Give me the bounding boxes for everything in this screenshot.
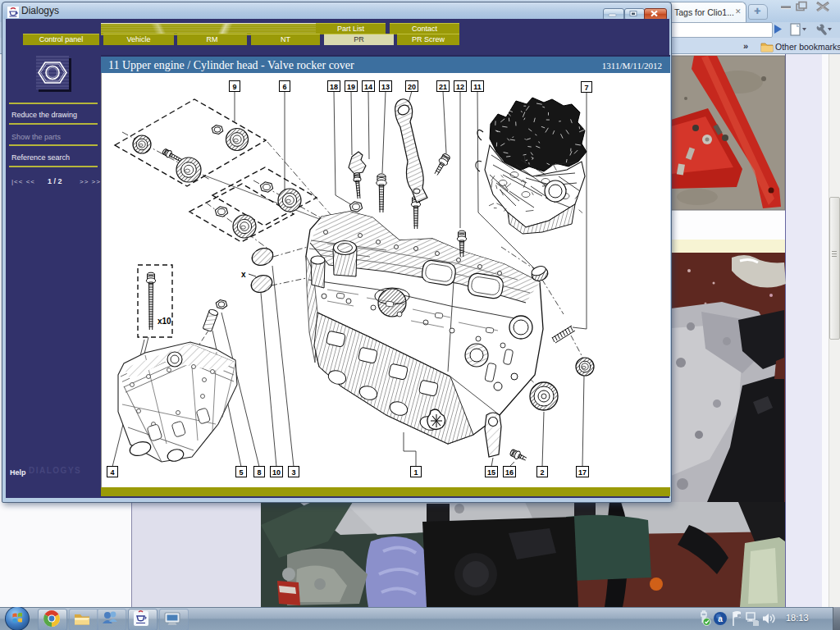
svg-text:2: 2 [540, 468, 544, 477]
svg-text:9: 9 [232, 83, 236, 91]
svg-text:19: 19 [347, 83, 355, 91]
svg-text:5: 5 [239, 468, 243, 477]
svg-text:17: 17 [578, 468, 587, 477]
svg-text:15: 15 [487, 468, 495, 477]
svg-text:11: 11 [473, 83, 482, 91]
svg-text:10: 10 [272, 468, 281, 477]
svg-text:14: 14 [364, 83, 372, 91]
svg-text:4: 4 [110, 468, 114, 477]
svg-text:3: 3 [291, 468, 295, 477]
svg-text:12: 12 [456, 83, 464, 91]
svg-text:a: a [718, 614, 723, 623]
svg-text:16: 16 [505, 468, 514, 477]
svg-text:8: 8 [257, 468, 261, 477]
svg-text:x: x [241, 270, 246, 279]
svg-text:x10: x10 [158, 317, 171, 326]
svg-text:21: 21 [439, 83, 447, 91]
svg-text:1: 1 [413, 468, 418, 477]
svg-text:13: 13 [381, 83, 390, 91]
svg-text:20: 20 [408, 83, 416, 91]
svg-text:18: 18 [330, 83, 338, 91]
svg-text:7: 7 [584, 84, 588, 92]
svg-text:6: 6 [282, 83, 286, 91]
